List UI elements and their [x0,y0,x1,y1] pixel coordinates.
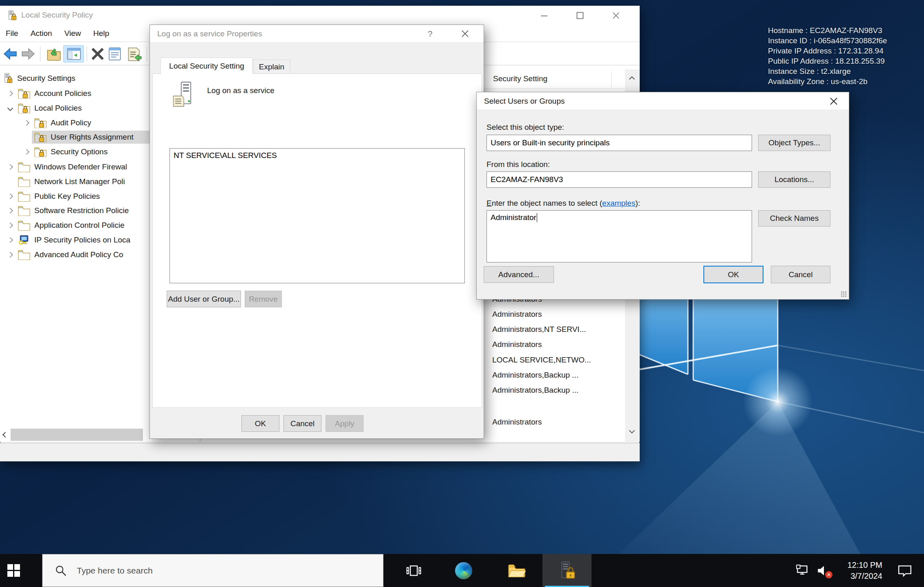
column-security-setting[interactable]: Security Setting [493,74,547,83]
list-row[interactable]: Administrators,Backup ... [492,371,578,380]
column-divider[interactable] [611,71,612,87]
member-item[interactable]: NT SERVICE\ALL SERVICES [174,151,277,160]
network-tray-icon[interactable] [796,554,814,587]
tree-scroll-left-button[interactable] [0,428,11,442]
close-button[interactable] [602,6,630,25]
menu-file[interactable]: File [6,29,25,38]
dialog-close-button[interactable] [830,97,838,107]
location-label: From this location: [487,160,550,169]
ipsec-icon [18,235,30,246]
tree-label[interactable]: Advanced Audit Policy Co [34,250,123,259]
local-security-policy-taskbar-button[interactable] [542,554,591,587]
action-center-button[interactable] [893,554,917,587]
object-names-value: Administrator [491,213,536,222]
dialog-title: Select Users or Groups [484,97,565,106]
apply-button[interactable]: Apply [326,415,364,432]
tree-label[interactable]: Public Key Policies [34,192,100,201]
ethernet-icon [796,564,811,577]
tree-label[interactable]: Account Policies [34,89,91,98]
chevron-right-icon[interactable] [7,208,13,213]
object-type-field[interactable]: Users or Built-in security principals [487,135,752,151]
search-icon [55,565,67,577]
folder-lock-icon [34,147,47,157]
list-row[interactable]: Administrators,NT SERVI... [492,325,586,334]
add-user-or-group-button[interactable]: Add User or Group... [167,291,241,307]
members-listbox[interactable]: NT SERVICE\ALL SERVICES [170,148,465,283]
edge-button[interactable] [449,554,478,587]
toolbar-separator [40,46,40,62]
scroll-up-icon[interactable] [629,76,635,82]
tree-label[interactable]: Audit Policy [51,118,91,127]
location-field[interactable]: EC2AMAZ-FAN98V3 [487,171,752,188]
list-row[interactable]: Administrators [492,418,542,427]
chevron-right-icon[interactable] [7,164,13,170]
task-view-button[interactable] [398,554,429,587]
start-button[interactable] [0,554,27,587]
object-types-button[interactable]: Object Types... [758,135,830,151]
info-availability-zone: Availability Zone : us-east-2b [768,76,887,87]
minimize-button[interactable] [530,6,558,25]
dialog-close-button[interactable] [461,30,469,40]
list-row[interactable]: Administrators [492,340,542,349]
security-settings-icon [2,73,13,84]
maximize-button[interactable] [566,6,594,25]
menu-view[interactable]: View [64,29,87,38]
chevron-right-icon[interactable] [7,193,13,199]
cancel-button[interactable]: Cancel [771,266,830,283]
tree-label[interactable]: IP Security Policies on Loca [34,236,130,245]
check-names-button[interactable]: Check Names [758,210,830,227]
locations-button[interactable]: Locations... [758,171,830,188]
tree-label[interactable]: User Rights Assignment [51,133,134,142]
folder-icon [18,250,30,260]
volume-tray-icon[interactable]: ✕ [816,554,835,587]
cancel-button[interactable]: Cancel [283,415,321,432]
ok-button[interactable]: OK [241,415,279,432]
help-button[interactable]: ? [428,29,433,39]
list-row[interactable]: Administrators [492,310,542,319]
tab-local-security-setting[interactable]: Local Security Setting [161,58,253,74]
chevron-down-icon[interactable] [7,105,13,111]
tree-label[interactable]: Application Control Policie [34,221,125,230]
object-names-field[interactable]: Administrator [487,210,752,262]
file-explorer-button[interactable] [502,554,531,587]
text-caret [537,213,537,222]
ok-button[interactable]: OK [703,266,763,283]
forward-icon[interactable] [21,47,35,61]
info-private-ip: Private IP Address : 172.31.28.94 [768,46,887,56]
properties-icon[interactable] [108,47,122,61]
export-list-icon[interactable] [127,47,142,62]
tree-label[interactable]: Local Policies [34,104,82,113]
chevron-right-icon[interactable] [24,149,29,155]
tree-label[interactable]: Windows Defender Firewal [34,162,127,171]
menu-help[interactable]: Help [93,29,116,38]
tree-label[interactable]: Security Settings [17,74,76,83]
tree-label[interactable]: Software Restriction Policie [34,206,129,215]
delete-icon[interactable] [91,47,105,61]
resize-grip[interactable] [841,291,846,297]
windows-logo-icon [7,564,20,577]
export-folder-icon[interactable] [47,47,61,61]
enter-names-label: Enter the object names to select (exampl… [487,199,640,208]
back-icon[interactable] [3,47,17,61]
advanced-button[interactable]: Advanced... [484,266,554,283]
chevron-right-icon[interactable] [7,252,13,258]
menu-action[interactable]: Action [31,29,59,38]
chevron-right-icon[interactable] [24,120,29,126]
scroll-down-icon[interactable] [629,428,635,434]
chevron-right-icon[interactable] [7,222,13,228]
chevron-right-icon[interactable] [7,237,13,243]
examples-link[interactable]: examples [602,199,635,207]
taskbar-search[interactable]: Type here to search [42,554,384,587]
tree-label[interactable]: Network List Manager Poli [34,177,125,186]
info-hostname: Hostname : EC2AMAZ-FAN98V3 [768,25,887,36]
taskbar-clock[interactable]: 12:10 PM 3/7/2024 [837,554,882,587]
tree-scrollbar-thumb[interactable] [11,429,143,441]
show-console-tree-button[interactable] [63,45,84,62]
list-row[interactable]: LOCAL SERVICE,NETWO... [492,356,591,365]
chevron-right-icon[interactable] [7,91,13,96]
list-row[interactable]: Administrators,Backup ... [492,386,578,395]
tab-explain[interactable]: Explain [253,60,290,74]
toolbar-separator [87,46,87,62]
remove-button[interactable]: Remove [245,291,282,307]
tree-label[interactable]: Security Options [51,147,107,156]
